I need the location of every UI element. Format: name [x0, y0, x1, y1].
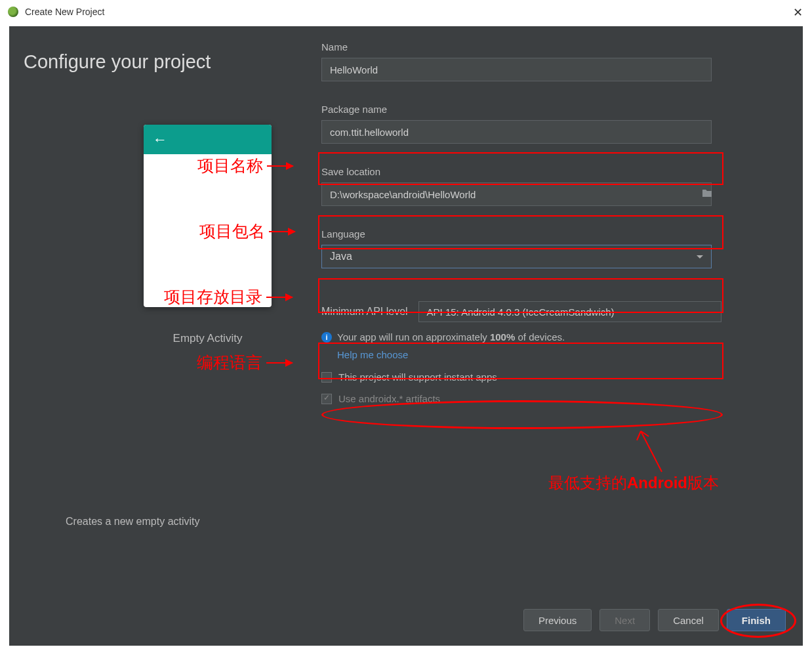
annotation-language: 编程语言 [197, 352, 293, 373]
close-icon[interactable]: ✕ [793, 5, 803, 20]
annotation-api: 最低支持的Android版本 [548, 472, 719, 493]
previous-button[interactable]: Previous [523, 609, 592, 631]
arrow-right-icon [266, 297, 293, 298]
button-bar: Previous Next Cancel Finish [523, 609, 786, 631]
help-link[interactable]: Help me choose [337, 349, 408, 360]
chevron-down-icon [697, 255, 703, 259]
titlebar: Create New Project ✕ [0, 0, 812, 24]
language-label: Language [321, 228, 721, 240]
name-label: Name [321, 41, 721, 52]
arrow-right-icon [266, 362, 293, 364]
cancel-button[interactable]: Cancel [658, 609, 719, 631]
instant-apps-label: This project will support instant apps [338, 371, 497, 383]
form: Name Package name Save location Language… [321, 41, 721, 404]
language-value: Java [330, 251, 352, 262]
annotation-name: 项目名称 [197, 155, 293, 177]
phone-mock: ← [144, 125, 272, 307]
description: Creates a new empty activity [66, 516, 200, 528]
arrow-right-icon [269, 231, 295, 232]
info-icon: i [321, 332, 332, 343]
finish-button[interactable]: Finish [727, 609, 786, 631]
api-select[interactable]: API 15: Android 4.0.3 (IceCreamSandwich) [418, 301, 721, 322]
package-label: Package name [321, 104, 721, 115]
dialog-body: Configure your project ← Empty Activity … [9, 26, 803, 646]
back-arrow-icon: ← [153, 131, 167, 148]
app-icon [8, 7, 18, 17]
name-input[interactable] [321, 58, 712, 81]
folder-icon[interactable] [702, 188, 712, 200]
arrow-right-icon [267, 165, 293, 167]
androidx-checkbox [321, 394, 332, 404]
instant-apps-checkbox[interactable] [321, 372, 332, 383]
api-value: API 15: Android 4.0.3 (IceCreamSandwich) [427, 306, 615, 318]
preview-name: Empty Activity [144, 332, 272, 345]
language-select[interactable]: Java [321, 245, 712, 268]
location-label: Save location [321, 166, 721, 177]
annotation-arrow [636, 428, 675, 474]
annotation-location: 项目存放目录 [164, 286, 293, 308]
androidx-label: Use androidx.* artifacts [338, 393, 440, 404]
annotation-package: 项目包名 [199, 220, 295, 242]
info-text: Your app will run on approximately 100% … [337, 331, 565, 343]
phone-toolbar: ← [144, 125, 272, 154]
api-label: Minimum API level [321, 306, 408, 318]
location-input[interactable] [321, 182, 712, 206]
package-input[interactable] [321, 120, 712, 144]
next-button: Next [599, 609, 650, 631]
window-title: Create New Project [25, 7, 104, 17]
annotation-ellipse [321, 400, 723, 429]
